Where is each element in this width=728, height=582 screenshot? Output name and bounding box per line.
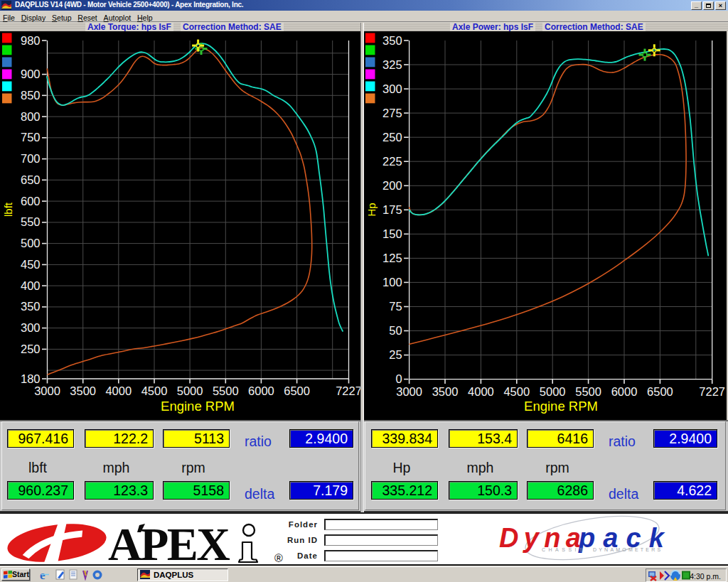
svg-text:225: 225: [382, 155, 402, 168]
svg-text:980: 980: [21, 34, 41, 47]
svg-text:3000: 3000: [396, 385, 422, 398]
svg-text:DYNAMOMETERS: DYNAMOMETERS: [593, 547, 663, 552]
svg-text:5000: 5000: [177, 384, 203, 397]
svg-text:4500: 4500: [141, 384, 168, 397]
svg-text:6500: 6500: [284, 384, 310, 397]
svg-text:6000: 6000: [248, 384, 274, 397]
svg-text:500: 500: [21, 237, 41, 249]
svg-text:6500: 6500: [647, 385, 673, 398]
svg-text:700: 700: [21, 152, 41, 165]
svg-text:5000: 5000: [540, 385, 566, 398]
svg-text:4000: 4000: [468, 385, 494, 398]
svg-text:550: 550: [21, 215, 41, 228]
svg-text:25: 25: [389, 348, 402, 361]
svg-text:5500: 5500: [575, 385, 601, 398]
svg-text:200: 200: [382, 179, 402, 192]
svg-text:175: 175: [382, 203, 402, 216]
svg-text:50: 50: [389, 324, 402, 337]
svg-text:3500: 3500: [432, 385, 459, 398]
svg-text:4000: 4000: [105, 384, 132, 397]
svg-text:250: 250: [21, 343, 41, 355]
svg-text:750: 750: [21, 131, 41, 144]
svg-text:125: 125: [382, 252, 402, 264]
svg-text:400: 400: [21, 279, 41, 292]
svg-text:300: 300: [382, 82, 402, 95]
svg-text:100: 100: [382, 276, 402, 289]
svg-text:150: 150: [382, 227, 402, 240]
svg-text:6000: 6000: [611, 385, 638, 398]
svg-text:lbft: lbft: [2, 202, 14, 217]
svg-text:350: 350: [382, 34, 402, 47]
svg-text:650: 650: [21, 173, 41, 186]
svg-text:350: 350: [21, 300, 41, 313]
svg-text:4500: 4500: [503, 385, 530, 398]
svg-text:600: 600: [21, 195, 41, 208]
svg-text:900: 900: [21, 68, 41, 80]
svg-text:Engine RPM: Engine RPM: [524, 399, 598, 414]
svg-text:300: 300: [21, 321, 41, 334]
svg-text:CHASSIS: CHASSIS: [542, 547, 586, 552]
svg-text:180: 180: [21, 372, 41, 385]
svg-text:5500: 5500: [213, 384, 239, 397]
svg-text:APEX: APEX: [108, 518, 230, 564]
svg-text:250: 250: [382, 131, 402, 144]
svg-text:3000: 3000: [34, 384, 60, 397]
svg-text:7227: 7227: [699, 385, 725, 398]
svg-text:Engine RPM: Engine RPM: [161, 399, 235, 414]
svg-text:Hp: Hp: [365, 203, 378, 216]
svg-text:325: 325: [382, 58, 402, 71]
svg-text:450: 450: [21, 258, 41, 271]
svg-text:0: 0: [395, 372, 402, 385]
svg-text:3500: 3500: [70, 384, 96, 397]
svg-text:7227: 7227: [336, 384, 362, 397]
svg-text:800: 800: [21, 110, 41, 123]
svg-text:275: 275: [382, 107, 402, 119]
svg-text:75: 75: [389, 300, 402, 313]
svg-text:850: 850: [21, 89, 41, 102]
